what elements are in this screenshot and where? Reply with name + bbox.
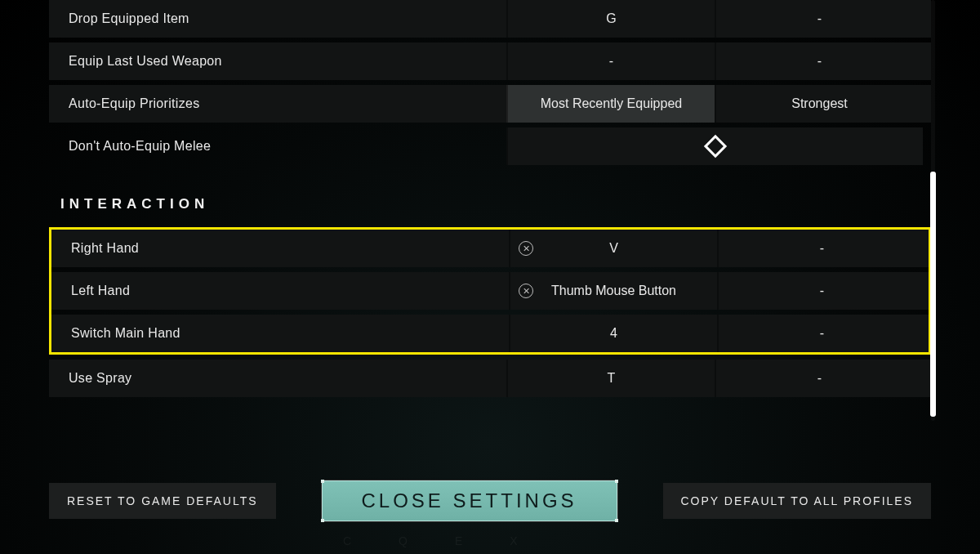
keybind-label: Right Hand <box>71 241 139 255</box>
option-row: Auto-Equip Prioritizes Most Recently Equ… <box>49 85 931 123</box>
keybind-primary[interactable]: G <box>506 0 715 38</box>
toggle-label: Don't Auto-Equip Melee <box>69 139 211 153</box>
toggle-row: Don't Auto-Equip Melee <box>49 127 931 165</box>
keybind-primary[interactable]: - <box>506 42 715 80</box>
keybind-primary[interactable]: T <box>506 360 715 397</box>
settings-screen: 100 CQEX Drop Equipped Item G - Equip La… <box>0 0 980 554</box>
option-selected[interactable]: Most Recently Equipped <box>506 85 715 123</box>
keybind-primary[interactable]: 4 <box>509 315 717 352</box>
copy-default-button[interactable]: COPY DEFAULT TO ALL PROFILES <box>663 483 932 519</box>
keybind-secondary[interactable]: - <box>715 42 923 80</box>
button-bar: RESET TO GAME DEFAULTS CLOSE SETTINGS CO… <box>49 482 931 520</box>
reset-defaults-button[interactable]: RESET TO GAME DEFAULTS <box>49 483 276 519</box>
section-title: INTERACTION <box>49 196 931 212</box>
clear-icon[interactable]: ✕ <box>519 284 533 298</box>
keybind-row: Use Spray T - <box>49 360 931 397</box>
option-label: Auto-Equip Prioritizes <box>69 96 199 110</box>
diamond-icon <box>704 135 727 158</box>
keybind-label: Equip Last Used Weapon <box>69 54 222 68</box>
keybind-row: Right Hand ✕ V - <box>51 230 929 267</box>
keybind-primary[interactable]: ✕ Thumb Mouse Button <box>509 272 717 310</box>
settings-panel: Drop Equipped Item G - Equip Last Used W… <box>49 0 931 445</box>
keybind-label: Drop Equipped Item <box>69 11 189 25</box>
keybind-secondary[interactable]: - <box>715 360 923 397</box>
interaction-highlight: Right Hand ✕ V - Left Hand ✕ Thumb Mouse… <box>49 227 931 355</box>
keybind-row: Drop Equipped Item G - <box>49 0 931 38</box>
option-alternate[interactable]: Strongest <box>715 85 923 123</box>
keybind-primary[interactable]: ✕ V <box>509 230 717 267</box>
keybind-row: Equip Last Used Weapon - - <box>49 42 931 80</box>
keybind-label: Switch Main Hand <box>71 326 180 340</box>
keybind-row: Switch Main Hand 4 - <box>51 315 929 352</box>
keybind-secondary[interactable]: - <box>715 0 923 38</box>
keybind-secondary[interactable]: - <box>717 230 925 267</box>
keybind-secondary[interactable]: - <box>717 272 925 310</box>
keybind-label: Use Spray <box>69 371 131 385</box>
clear-icon[interactable]: ✕ <box>519 241 533 256</box>
hud-letters: CQEX <box>343 534 565 547</box>
keybind-row: Left Hand ✕ Thumb Mouse Button - <box>51 272 929 310</box>
toggle-checkbox[interactable] <box>506 127 923 165</box>
close-settings-button[interactable]: CLOSE SETTINGS <box>322 480 617 521</box>
keybind-label: Left Hand <box>71 284 130 297</box>
keybind-secondary[interactable]: - <box>717 315 925 352</box>
scrollbar-thumb[interactable] <box>930 172 936 417</box>
